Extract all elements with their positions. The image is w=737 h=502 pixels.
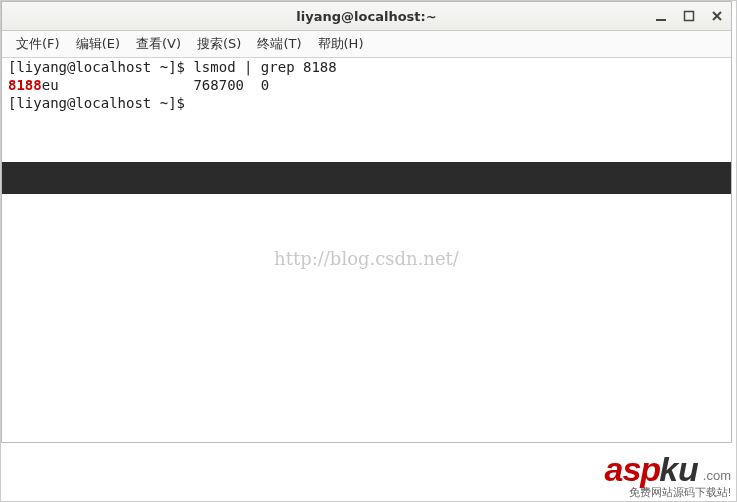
menu-file[interactable]: 文件(F) [8, 32, 68, 56]
output-text: eu 768700 0 [42, 77, 270, 93]
brand-logo-ku: ku [659, 450, 699, 489]
close-button[interactable] [709, 8, 725, 24]
watermark-text: http://blog.csdn.net/ [2, 248, 731, 269]
titlebar[interactable]: liyang@localhost:~ [2, 2, 731, 31]
menu-view[interactable]: 查看(V) [128, 32, 189, 56]
menubar: 文件(F) 编辑(E) 查看(V) 搜索(S) 终端(T) 帮助(H) [2, 31, 731, 58]
brand-badge: asp ku .com 免费网站源码下载站! [605, 450, 731, 500]
maximize-button[interactable] [681, 8, 697, 24]
grep-match: 8188 [8, 77, 42, 93]
terminal-line: [liyang@localhost ~]$ lsmod | grep 8188 [2, 58, 731, 76]
brand-logo-dotcom: .com [703, 468, 731, 483]
menu-terminal[interactable]: 终端(T) [249, 32, 309, 56]
menu-search[interactable]: 搜索(S) [189, 32, 249, 56]
menu-edit[interactable]: 编辑(E) [68, 32, 128, 56]
command-text: lsmod | grep 8188 [193, 59, 336, 75]
terminal-window: liyang@localhost:~ 文件(F) 编辑(E) 查看(V) 搜索(… [1, 1, 732, 443]
selection-bar [2, 162, 731, 194]
brand-logo-asp: asp [605, 450, 661, 489]
prompt: [liyang@localhost ~]$ [8, 59, 193, 75]
window-title: liyang@localhost:~ [2, 9, 731, 24]
terminal-line: 8188eu 768700 0 [2, 76, 731, 94]
terminal-line: [liyang@localhost ~]$ [2, 94, 731, 112]
brand-logo: asp ku .com [605, 450, 731, 489]
minimize-button[interactable] [653, 8, 669, 24]
svg-rect-1 [685, 12, 694, 21]
prompt: [liyang@localhost ~]$ [8, 95, 193, 111]
menu-help[interactable]: 帮助(H) [310, 32, 372, 56]
terminal-area[interactable]: [liyang@localhost ~]$ lsmod | grep 8188 … [2, 58, 731, 444]
